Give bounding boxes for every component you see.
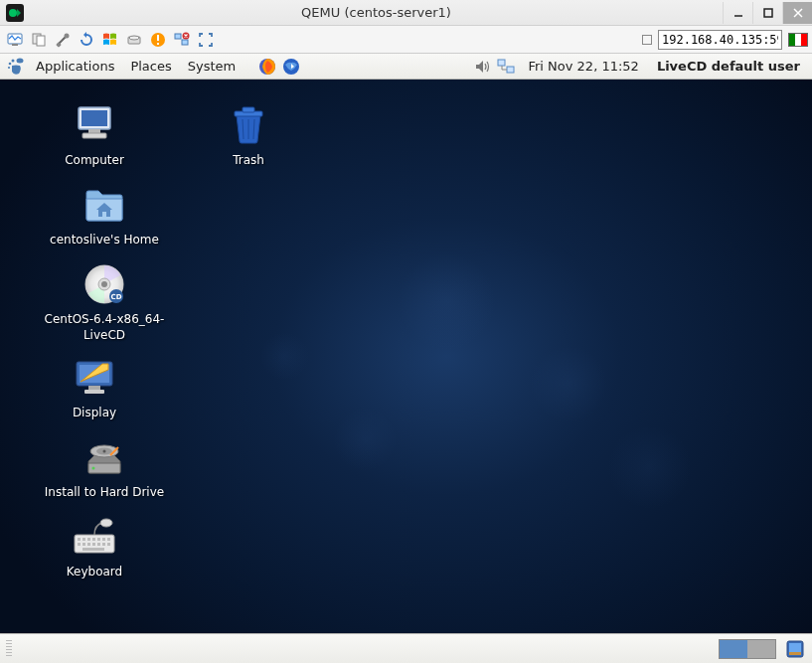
svg-rect-16: [175, 34, 181, 39]
trash-icon: [225, 101, 272, 149]
desktop-icon-home[interactable]: centoslive's Home: [30, 181, 179, 249]
svg-rect-64: [102, 543, 105, 546]
applications-menu[interactable]: Applications: [30, 54, 120, 79]
svg-rect-14: [157, 35, 159, 41]
desktop-icon-keyboard[interactable]: Keyboard: [30, 513, 159, 580]
drive-icon[interactable]: [123, 29, 145, 51]
monitor-icon[interactable]: [4, 29, 26, 51]
harddrive-icon: [81, 433, 128, 481]
trash-label: Trash: [184, 153, 313, 169]
workspace-switcher[interactable]: [719, 639, 776, 659]
svg-text:CD: CD: [111, 293, 122, 301]
gnome-foot-icon[interactable]: [6, 58, 26, 76]
desktop-icon-livecd[interactable]: CD CentOS-6.4-x86_64-LiveCD: [30, 260, 179, 343]
svg-rect-53: [82, 538, 85, 541]
clock[interactable]: Fri Nov 22, 11:52: [520, 59, 646, 74]
system-menu[interactable]: System: [182, 54, 242, 79]
svg-rect-32: [243, 107, 254, 112]
keyboard-icon: [71, 513, 118, 561]
keyboard-label: Keyboard: [30, 565, 159, 580]
svg-point-39: [101, 281, 107, 287]
qemu-titlebar: QEMU (centos-server1): [0, 0, 812, 26]
svg-rect-25: [498, 60, 505, 66]
workspace-2[interactable]: [747, 640, 775, 658]
user-menu[interactable]: LiveCD default user: [651, 59, 806, 74]
desktop-icon-display[interactable]: Display: [30, 354, 159, 421]
computer-label: Computer: [30, 153, 159, 169]
gnome-bottom-panel: [0, 633, 812, 663]
svg-rect-15: [157, 43, 159, 45]
fullscreen-icon[interactable]: [195, 29, 217, 51]
svg-rect-58: [107, 538, 110, 541]
show-desktop-icon[interactable]: [784, 638, 806, 660]
livecd-label: CentOS-6.4-x86_64-LiveCD: [30, 312, 179, 343]
svg-point-50: [92, 467, 95, 470]
svg-rect-69: [789, 643, 801, 652]
home-label: centoslive's Home: [30, 233, 179, 249]
svg-point-21: [9, 62, 12, 65]
svg-point-19: [17, 58, 24, 63]
display-icon: [71, 354, 118, 402]
desktop-icon-trash[interactable]: Trash: [184, 101, 313, 169]
close-button[interactable]: [782, 2, 812, 24]
network-close-icon[interactable]: [171, 29, 193, 51]
network-status-icon[interactable]: [496, 57, 516, 77]
cd-icon: CD: [81, 260, 128, 308]
svg-rect-30: [82, 133, 106, 138]
svg-point-48: [103, 450, 106, 453]
svg-rect-28: [81, 110, 107, 126]
maximize-button[interactable]: [752, 2, 782, 24]
svg-rect-54: [87, 538, 90, 541]
svg-rect-70: [789, 652, 801, 655]
svg-rect-66: [82, 548, 104, 551]
places-label: Places: [130, 59, 171, 74]
svg-rect-59: [78, 543, 81, 546]
home-folder-icon: [81, 181, 128, 229]
computer-icon: [71, 101, 118, 149]
desktop-icon-computer[interactable]: Computer: [30, 101, 159, 169]
svg-rect-29: [88, 129, 100, 133]
ip-address-field[interactable]: [658, 30, 782, 50]
svg-rect-45: [84, 390, 104, 394]
panel-grip-icon[interactable]: [6, 640, 12, 658]
svg-rect-61: [87, 543, 90, 546]
copy-icon[interactable]: [28, 29, 50, 51]
svg-rect-8: [37, 36, 45, 46]
qemu-toolbar: [0, 26, 812, 54]
minimize-button[interactable]: [723, 2, 752, 24]
svg-rect-62: [92, 543, 95, 546]
svg-rect-60: [82, 543, 85, 546]
thunderbird-icon[interactable]: [281, 57, 301, 77]
system-label: System: [188, 59, 236, 74]
svg-point-67: [100, 519, 112, 527]
flag-icon[interactable]: [788, 33, 808, 47]
display-label: Display: [30, 406, 159, 421]
svg-rect-57: [102, 538, 105, 541]
svg-point-12: [129, 36, 139, 40]
places-menu[interactable]: Places: [124, 54, 177, 79]
small-square-icon[interactable]: [642, 35, 652, 45]
svg-rect-65: [107, 543, 110, 546]
svg-rect-55: [92, 538, 95, 541]
desktop[interactable]: Computer Trash centoslive's Home CD Cent…: [0, 80, 812, 633]
svg-rect-56: [97, 538, 100, 541]
svg-rect-2: [764, 9, 772, 17]
svg-point-20: [12, 59, 15, 62]
desktop-icon-install[interactable]: Install to Hard Drive: [30, 433, 179, 501]
svg-point-22: [8, 66, 10, 68]
gnome-top-panel: Applications Places System Fri Nov 22, 1…: [0, 54, 812, 80]
svg-rect-17: [182, 40, 188, 45]
svg-rect-26: [507, 67, 514, 73]
volume-icon[interactable]: [472, 57, 492, 77]
tools-icon[interactable]: [52, 29, 74, 51]
firefox-icon[interactable]: [257, 57, 277, 77]
warning-icon[interactable]: [147, 29, 169, 51]
workspace-1[interactable]: [720, 640, 747, 658]
window-title: QEMU (centos-server1): [30, 5, 723, 20]
install-label: Install to Hard Drive: [30, 485, 179, 501]
svg-rect-44: [88, 386, 100, 390]
svg-rect-52: [78, 538, 81, 541]
windows-icon[interactable]: [99, 29, 121, 51]
qemu-app-icon: [6, 4, 24, 22]
refresh-icon[interactable]: [76, 29, 97, 51]
